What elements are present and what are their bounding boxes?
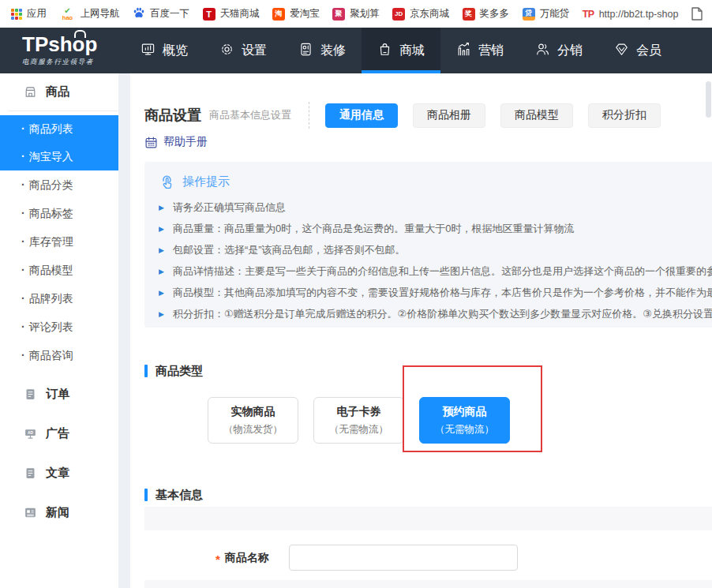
goods-type-section-title: 商品类型: [144, 364, 712, 378]
tip-arrow-icon: ▶: [159, 310, 164, 318]
bookmark-label: 京东商城: [410, 7, 449, 21]
sidebar-section-news[interactable]: 新闻: [0, 492, 118, 532]
app-header: TPshop 电商服务行业领导者 概览 设置 装修 商城 营销 分销: [0, 28, 712, 73]
overview-icon: [141, 42, 156, 60]
bookmark-apps[interactable]: 应用: [11, 7, 47, 21]
nav-settings[interactable]: 设置: [204, 28, 283, 73]
bookmark-label: 奖多多: [480, 7, 510, 21]
tab-general-info[interactable]: 通用信息: [325, 103, 398, 128]
apps-grid-icon: [11, 9, 22, 20]
bookmark-juhuasuan[interactable]: 聚 聚划算: [332, 7, 380, 21]
bookmark-label: http://bb2t.tp-shop: [599, 9, 679, 20]
bookmark-jd[interactable]: JD 京东商城: [392, 7, 449, 21]
nav-mall[interactable]: 商城: [362, 28, 440, 73]
goods-name-input[interactable]: [289, 545, 518, 571]
tip-arrow-icon: ▶: [159, 289, 164, 297]
bookmark-label: 爱淘宝: [290, 7, 320, 21]
nav-member[interactable]: 会员: [598, 28, 677, 73]
main-content: 商品设置 商品基本信息设置 通用信息 商品相册 商品模型 积分折扣 帮助手册 操…: [130, 73, 712, 588]
card-physical-goods[interactable]: 实物商品 （物流发货）: [208, 397, 298, 444]
sidebar-section-orders[interactable]: 订单: [0, 374, 118, 414]
bookmark-taobao[interactable]: 淘 爱淘宝: [272, 7, 320, 21]
ad-billboard-icon: AD: [24, 427, 37, 440]
sidebar-item-comment-list[interactable]: 评论列表: [0, 313, 118, 341]
hao123-icon: ✔hao: [60, 7, 76, 21]
calendar-icon: [144, 136, 158, 149]
baidu-paw-icon: [133, 6, 145, 21]
bookmark-tmall[interactable]: T 天猫商城: [203, 7, 260, 21]
tips-title: 操作提示: [159, 173, 712, 190]
shop-icon: [24, 85, 37, 99]
tab-points-discount[interactable]: 积分折扣: [588, 103, 661, 128]
sidebar-gutter: [118, 73, 130, 588]
tip-item: ▶积分折扣：①赠送积分是订单完成后赠送的积分。②价格阶梯单次购买个数达到多少数量…: [159, 303, 712, 324]
page-header: 商品设置 商品基本信息设置 通用信息 商品相册 商品模型 积分折扣: [144, 103, 712, 128]
sidebar-section-goods[interactable]: 商品: [0, 73, 118, 110]
sidebar: 商品 商品列表 淘宝导入 商品分类 商品标签 库存管理 商品模型 品牌列表 评论…: [0, 73, 118, 588]
sidebar-item-goods-consult[interactable]: 商品咨询: [0, 341, 118, 369]
bookmark-hao123[interactable]: ✔hao 上网导航: [60, 7, 120, 21]
bookmark-tpshop-url[interactable]: TP http://bb2t.tp-shop: [583, 9, 679, 20]
other-bookmarks-page-icon[interactable]: [691, 7, 703, 21]
tip-item: ▶商品重量：商品重量为0时，这个商品是免运费的。重量大于0时，根据地区重量计算物…: [159, 218, 712, 239]
tip-arrow-icon: ▶: [159, 204, 164, 212]
header-divider: [309, 102, 309, 129]
sidebar-item-taobao-import[interactable]: 淘宝导入: [0, 143, 118, 170]
tip-arrow-icon: ▶: [159, 268, 164, 275]
bookmark-wannengdai[interactable]: 贷 万能贷: [523, 7, 570, 21]
tab-goods-album[interactable]: 商品相册: [413, 103, 485, 128]
basic-info-section-title: 基本信息: [144, 488, 712, 502]
nav-distribution[interactable]: 分销: [519, 28, 598, 73]
sidebar-divider: [8, 110, 118, 111]
nav-marketing[interactable]: 营销: [440, 28, 519, 73]
card-e-voucher[interactable]: 电子卡券 （无需物流）: [313, 397, 404, 444]
gear-icon: [219, 42, 234, 60]
document-icon: [24, 466, 37, 480]
bookmark-jiangduoduo[interactable]: 奖 奖多多: [463, 7, 510, 21]
goods-type-cards: 实物商品 （物流发货） 电子卡券 （无需物流） 预约商品 （无需物流）: [208, 397, 712, 444]
logo-title: TPshop: [22, 34, 97, 54]
sidebar-item-brand-list[interactable]: 品牌列表: [0, 284, 118, 313]
chart-icon: [456, 42, 471, 60]
nav-decorate[interactable]: 装修: [283, 28, 362, 73]
sidebar-item-stock-manage[interactable]: 库存管理: [0, 227, 118, 256]
bookmark-label: 万能贷: [540, 7, 570, 21]
sidebar-item-goods-tags[interactable]: 商品标签: [0, 199, 118, 227]
card-reservation-goods[interactable]: 预约商品 （无需物流）: [419, 397, 510, 444]
bookmark-label: 百度一下: [150, 7, 189, 21]
section-accent-bar: [144, 365, 148, 377]
decorate-icon: [298, 42, 313, 60]
people-icon: [535, 42, 550, 60]
juhuasuan-icon: 聚: [332, 8, 345, 21]
bookmark-baidu[interactable]: 百度一下: [133, 6, 189, 21]
page-subtitle: 商品基本信息设置: [209, 108, 291, 122]
tp-logo-icon: TP: [583, 9, 594, 20]
tmall-icon: T: [203, 8, 215, 21]
goods-name-row: * 商品名称: [144, 545, 712, 571]
sidebar-item-goods-model[interactable]: 商品模型: [0, 256, 118, 284]
svg-text:AD: AD: [28, 430, 34, 434]
newspaper-icon: [24, 506, 37, 519]
tip-arrow-icon: ▶: [159, 246, 164, 254]
jd-icon: JD: [392, 8, 405, 21]
sidebar-section-articles[interactable]: 文章: [0, 453, 118, 492]
goods-name-label: 商品名称: [225, 551, 269, 565]
section-band: [144, 507, 712, 530]
gem-icon: [614, 42, 629, 60]
scrollbar-thumb[interactable]: [706, 81, 711, 118]
sidebar-section-ads[interactable]: AD 广告: [0, 414, 118, 453]
hand-tap-icon: [159, 174, 175, 190]
document-icon: [24, 388, 37, 401]
operation-tips-box: 操作提示 ▶请务必正确填写商品信息 ▶商品重量：商品重量为0时，这个商品是免运费…: [144, 162, 712, 328]
bookmark-label: 聚划算: [350, 7, 380, 21]
sidebar-item-goods-list[interactable]: 商品列表: [0, 115, 118, 143]
sidebar-item-goods-category[interactable]: 商品分类: [0, 170, 118, 199]
bookmark-label: 应用: [27, 7, 47, 21]
help-manual-link[interactable]: 帮助手册: [144, 135, 208, 149]
top-nav: 概览 设置 装修 商城 营销 分销 会员: [125, 28, 677, 73]
nav-overview[interactable]: 概览: [125, 28, 204, 73]
logo-slogan: 电商服务行业领导者: [22, 58, 125, 67]
section-band: [144, 580, 712, 588]
tab-goods-model[interactable]: 商品模型: [500, 103, 573, 128]
tip-item: ▶包邮设置：选择“是”该商品包邮，选择否则不包邮。: [159, 239, 712, 260]
